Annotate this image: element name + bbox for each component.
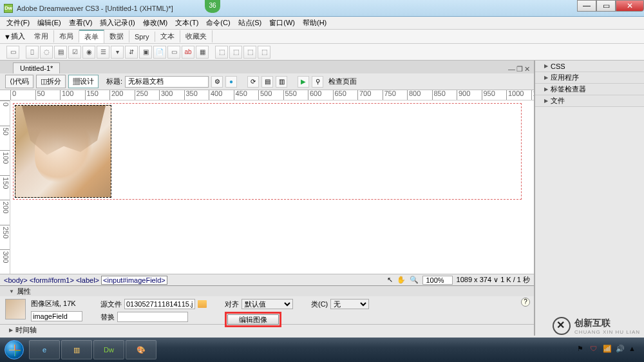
- image-field-selected[interactable]: [15, 105, 111, 198]
- menu-edit[interactable]: 编辑(E): [35, 18, 64, 28]
- preview-icon[interactable]: ▶: [298, 76, 309, 88]
- menu-window[interactable]: 窗口(W): [267, 18, 298, 28]
- image-icon[interactable]: ▣: [139, 46, 152, 59]
- button-icon[interactable]: ▭: [167, 46, 180, 59]
- zoom-icon[interactable]: 🔍: [410, 276, 419, 284]
- spry3-icon[interactable]: ⬚: [243, 46, 256, 59]
- minimize-button[interactable]: —: [577, 0, 596, 12]
- vertical-ruler: 050100150200250300: [0, 100, 10, 274]
- browse-folder-icon[interactable]: [198, 300, 207, 308]
- menu-site[interactable]: 站点(S): [236, 18, 265, 28]
- tray-net-icon[interactable]: 📶: [603, 345, 613, 355]
- browse-icon[interactable]: ⚲: [312, 76, 323, 88]
- document-toolbar: ⟨⟩代码 ◫拆分 ▦设计 标题: ⚙ ● ⟳ ▤ ▥ ▶ ⚲ 检查页面: [0, 73, 534, 90]
- tag-selector: <body> <form#form1> <label> <input#image…: [4, 276, 167, 284]
- form-outline[interactable]: [13, 103, 522, 200]
- fileops-icon[interactable]: ▤: [261, 76, 273, 88]
- insert-cat-spry[interactable]: Spry: [129, 32, 155, 42]
- properties-header[interactable]: 属性: [0, 286, 534, 296]
- panel-files[interactable]: 文件: [535, 95, 644, 107]
- task-dreamweaver[interactable]: Dw: [93, 340, 124, 359]
- insert-dropdown[interactable]: ▼ 插入: [0, 32, 29, 41]
- insert-cat-forms[interactable]: 表单: [79, 30, 104, 43]
- refresh-icon[interactable]: ⟳: [247, 76, 259, 88]
- pointer-icon[interactable]: ↖: [387, 276, 393, 284]
- radiogroup-icon[interactable]: ☰: [97, 46, 109, 59]
- check-page-button[interactable]: 检查页面: [328, 77, 357, 86]
- task-ie[interactable]: e: [29, 340, 60, 359]
- insert-cat-layout[interactable]: 布局: [54, 30, 79, 43]
- doc-minimize-icon[interactable]: —: [508, 65, 515, 73]
- prop-align-select[interactable]: 默认值: [242, 299, 293, 309]
- file-icon[interactable]: 📄: [153, 46, 166, 59]
- design-canvas[interactable]: [10, 100, 534, 274]
- ie-icon: e: [43, 346, 46, 354]
- spry4-icon[interactable]: ⬚: [258, 46, 270, 59]
- textarea-icon[interactable]: ▤: [54, 46, 67, 59]
- panel-css[interactable]: CSS: [535, 61, 644, 72]
- panel-app[interactable]: 应用程序: [535, 72, 644, 84]
- notification-badge[interactable]: 36: [205, 0, 220, 13]
- tag-form[interactable]: <form#form1>: [30, 276, 74, 284]
- tag-body[interactable]: <body>: [4, 276, 28, 284]
- tray-shield-icon[interactable]: 🛡: [590, 345, 600, 355]
- jump-icon[interactable]: ⇵: [125, 46, 138, 59]
- globe-icon[interactable]: ●: [225, 76, 237, 88]
- viewops-icon[interactable]: ▥: [276, 76, 287, 88]
- prop-class-select[interactable]: 无: [330, 299, 369, 309]
- list-icon[interactable]: ▾: [111, 46, 124, 59]
- prop-alt-label: 替换: [100, 312, 115, 322]
- split-view-button[interactable]: ◫拆分: [36, 75, 66, 88]
- tray-vol-icon[interactable]: 🔊: [616, 345, 626, 355]
- title-label: 标题:: [106, 77, 122, 86]
- dimensions-readout[interactable]: 1089 x 374 ∨ 1 K / 1 秒: [457, 275, 530, 285]
- explorer-icon: ▥: [73, 346, 80, 354]
- checkbox-icon[interactable]: ☑: [68, 46, 81, 59]
- start-button[interactable]: [0, 338, 28, 362]
- spry2-icon[interactable]: ⬚: [229, 46, 242, 59]
- tag-input[interactable]: <input#imageField>: [101, 276, 167, 285]
- ut-icon[interactable]: ⚙: [211, 76, 223, 88]
- hidden-icon[interactable]: ◌: [40, 46, 53, 59]
- window-controls: — ▭ ✕: [577, 0, 644, 12]
- menu-help[interactable]: 帮助(H): [300, 18, 329, 28]
- tray-expand-icon[interactable]: ▲: [629, 345, 639, 355]
- radio-icon[interactable]: ◉: [82, 46, 95, 59]
- menu-file[interactable]: 文件(F): [4, 18, 32, 28]
- hand-icon[interactable]: ✋: [397, 276, 406, 284]
- code-view-button[interactable]: ⟨⟩代码: [5, 75, 33, 88]
- title-input[interactable]: [125, 76, 209, 88]
- fieldset-icon[interactable]: ▦: [196, 46, 209, 59]
- prop-name-input[interactable]: [31, 311, 82, 321]
- doc-tab[interactable]: Untitled-1*: [13, 62, 60, 73]
- doc-restore-icon[interactable]: ❐: [516, 65, 523, 73]
- edit-image-button[interactable]: 编辑图像: [227, 314, 279, 325]
- prop-alt-input[interactable]: [117, 312, 188, 322]
- prop-src-input[interactable]: [124, 299, 195, 309]
- insert-cat-text[interactable]: 文本: [155, 30, 180, 43]
- menu-text[interactable]: 文本(T): [173, 18, 201, 28]
- watermark: 创新互联 CHUANG XIN HU LIAN: [553, 317, 640, 335]
- label-icon[interactable]: ab: [182, 46, 194, 59]
- task-paint[interactable]: 🎨: [126, 340, 156, 359]
- tray-flag-icon[interactable]: ⚑: [577, 345, 587, 355]
- tag-label[interactable]: <label>: [76, 276, 99, 284]
- help-icon[interactable]: ?: [521, 298, 530, 307]
- task-explorer[interactable]: ▥: [61, 340, 92, 359]
- maximize-button[interactable]: ▭: [596, 0, 616, 12]
- zoom-select[interactable]: 100%: [422, 276, 452, 285]
- design-view-button[interactable]: ▦设计: [68, 75, 99, 88]
- menu-view[interactable]: 查看(V): [66, 18, 95, 28]
- textfield-icon[interactable]: ⌷: [26, 46, 39, 59]
- insert-cat-data[interactable]: 数据: [104, 30, 129, 43]
- form-icon[interactable]: ▭: [6, 46, 19, 59]
- spry1-icon[interactable]: ⬚: [215, 46, 228, 59]
- insert-cat-fav[interactable]: 收藏夹: [180, 30, 213, 43]
- close-button[interactable]: ✕: [616, 0, 644, 12]
- insert-cat-common[interactable]: 常用: [29, 30, 54, 43]
- menu-insert[interactable]: 插入记录(I): [97, 18, 137, 28]
- menu-modify[interactable]: 修改(M): [140, 18, 171, 28]
- doc-close-icon[interactable]: ✕: [524, 65, 530, 73]
- menu-commands[interactable]: 命令(C): [204, 18, 232, 28]
- panel-tag[interactable]: 标签检查器: [535, 84, 644, 95]
